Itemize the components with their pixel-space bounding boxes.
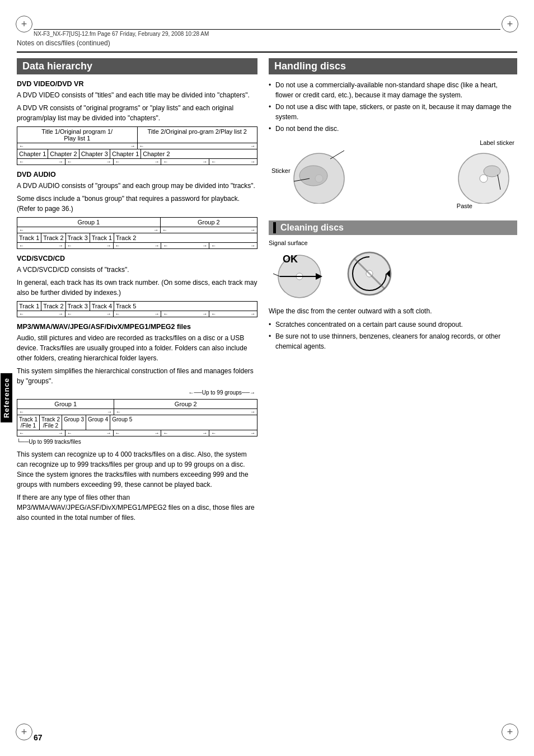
dvd-audio-ta3: ←→ [114,243,162,248]
vcd-p2: In general, each track has its own track… [17,278,257,298]
mp3-p1: Audio, still pictures and video are reco… [17,333,257,363]
dvd-title1-cell: Title 1/Original program 1/Play list 1 [17,127,138,143]
paste-disc-svg [453,148,514,204]
main-content: Notes on discs/files (continued) Data hi… [17,39,517,728]
dvd-audio-diagram: Group 1 Group 2 ←→ ←→ Track 1 Track 2 Tr… [17,217,257,249]
handling-bullet-1: Do not use a commercially-available non-… [269,80,517,100]
ok-disc-wrap: OK [269,248,336,300]
mp3-t2: Track 2/File 2 [40,415,62,430]
dvd-audio-ta4: ←→ [161,243,209,248]
mp3-g2-arrow: ←→ [114,409,257,415]
left-column: Data hierarchy DVD VIDEO/DVD VR A DVD VI… [17,58,257,525]
vcd-t2: Track 2 [41,302,65,311]
file-info-text: NX-F3_NX-F7[US]-12.fm Page 67 Friday, Fe… [34,31,209,37]
dvd-audio-t2: Track 2 [41,233,65,242]
mp3-bottom-label-wrap: └── Up to 999 tracks/files [17,439,257,445]
cleaning-discs-header: Cleaning discs [269,220,517,235]
mp3-ta3: ←→ [114,430,162,436]
mp3-ta5: ←→ [209,430,257,436]
mp3-t1: Track 1/File 1 [17,415,40,430]
vcd-title: VCD/SVCD/CD [17,255,257,262]
mp3-ta4: ←→ [161,430,209,436]
handling-discs-header: Handling discs [269,58,517,74]
mp3-g4: Group 4 [86,415,110,430]
vcd-ta5: ←→ [209,311,257,317]
vcd-t4: Track 4 [90,302,114,311]
mp3-g1-arrow: ←→ [17,409,114,415]
sticker-disc-svg [288,148,361,204]
cleaning-discs-title: Cleaning discs [280,223,344,233]
dvd-audio-p1: A DVD AUDIO consists of "groups" and eac… [17,181,257,191]
vcd-p1: A VCD/SVCD/CD consists of "tracks". [17,265,257,275]
dvd-audio-ta5: ←→ [209,243,257,248]
dvd-ch2a: Chapter 2 [48,149,79,158]
mp3-ta1: ←→ [17,430,65,436]
mp3-g5: Group 5 [110,415,134,430]
dvd-cha5-arrow: ←→ [209,159,257,165]
svg-text:OK: OK [283,253,298,265]
dvd-ch2b: Chapter 2 [141,149,171,158]
vcd-ta3: ←→ [114,311,162,317]
cleaning-illustration: OK [269,248,517,300]
mp3-brace-arrow-right: ──→ [242,389,255,396]
vcd-ta4: ←→ [161,311,209,317]
dvd-audio-group2: Group 2 [161,218,257,227]
mp3-brace-label-wrap: ←── Up to 99 groups ──→ [17,389,257,396]
mp3-title: MP3/WMA/WAV/JPEG/ASF/DivX/MPEG1/MPEG2 fi… [17,323,257,331]
crosshair-tr [502,16,518,32]
cleaning-p1: Wipe the disc from the center outward wi… [269,306,517,316]
mp3-bottom-label: Up to 999 tracks/files [29,439,81,445]
label-sticker-text: Label sticker [480,139,514,146]
dvd-video-p2: A DVD VR consists of "original programs"… [17,103,257,123]
mp3-brace-text: Up to 99 groups [202,389,242,396]
cleaning-area: Cleaning discs Signal surface [269,220,517,351]
vcd-t5: Track 5 [114,302,138,311]
mp3-group2: Group 2 [114,400,257,408]
dvd-ch3a: Chapter 3 [79,149,110,158]
breadcrumb: Notes on discs/files (continued) [17,39,517,47]
reference-sidebar: Reference [0,73,12,722]
dvd-audio-p2: Some discs include a "bonus group" that … [17,194,257,214]
mp3-diagram-wrap: ←── Up to 99 groups ──→ Group 1 Group 2 … [17,389,257,445]
mp3-g3: Group 3 [62,415,86,430]
vcd-diagram: Track 1 Track 2 Track 3 Track 4 Track 5 … [17,301,257,317]
data-hierarchy-title: Data hierarchy [22,60,92,72]
svg-point-6 [480,175,488,182]
dvd-title1-arrow: ←→ [17,143,138,149]
no-disc-svg [344,248,395,299]
dvd-ch1b: Chapter 1 [110,149,141,158]
dvd-audio-group1: Group 1 [17,218,161,227]
svg-point-2 [299,166,327,186]
dvd-audio-ta1: ←→ [17,243,65,248]
mp3-p2: This system simplifies the hierarchical … [17,366,257,386]
dvd-audio-g2-arrow: ←→ [161,227,257,233]
page-number: 67 [34,733,43,742]
dvd-cha4-arrow: ←→ [161,159,209,165]
no-disc-wrap [344,248,395,300]
handling-discs-title: Handling discs [274,60,346,72]
dvd-cha3-arrow: ←→ [114,159,162,165]
dvd-video-title: DVD VIDEO/DVD VR [17,80,257,88]
cleaning-bullets: Scratches concentrated on a certain part… [269,320,517,351]
handling-bullet-2: Do not use a disc with tape, stickers, o… [269,102,517,122]
dvd-ch1a: Chapter 1 [17,149,48,158]
mp3-group1: Group 1 [17,400,114,408]
dvd-audio-t3: Track 3 [66,233,90,242]
crosshair-tl [16,16,32,32]
mp3-ta2: ←→ [65,430,114,436]
vcd-ta1: ←→ [17,311,65,317]
dvd-audio-t4: Track 1 [90,233,114,242]
disc-illustrations: Label sticker Sticker Paste [269,139,517,212]
dvd-cha1-arrow: ←→ [17,159,65,165]
dvd-video-diagram: Title 1/Original program 1/Play list 1 T… [17,126,257,165]
cleaning-bullet-1: Scratches concentrated on a certain part… [269,320,517,330]
dvd-audio-g1-arrow: ←→ [17,227,161,233]
dvd-audio-t5: Track 2 [114,233,138,242]
mp3-brace-label: ←── [188,389,202,396]
dvd-audio-ta2: ←→ [65,243,114,248]
handling-bullets: Do not use a commercially-available non-… [269,80,517,134]
dvd-video-p1: A DVD VIDEO consists of "titles" and eac… [17,90,257,100]
data-hierarchy-header: Data hierarchy [17,58,257,74]
two-column-layout: Data hierarchy DVD VIDEO/DVD VR A DVD VI… [17,58,517,525]
signal-surface-label: Signal surface [269,240,517,246]
